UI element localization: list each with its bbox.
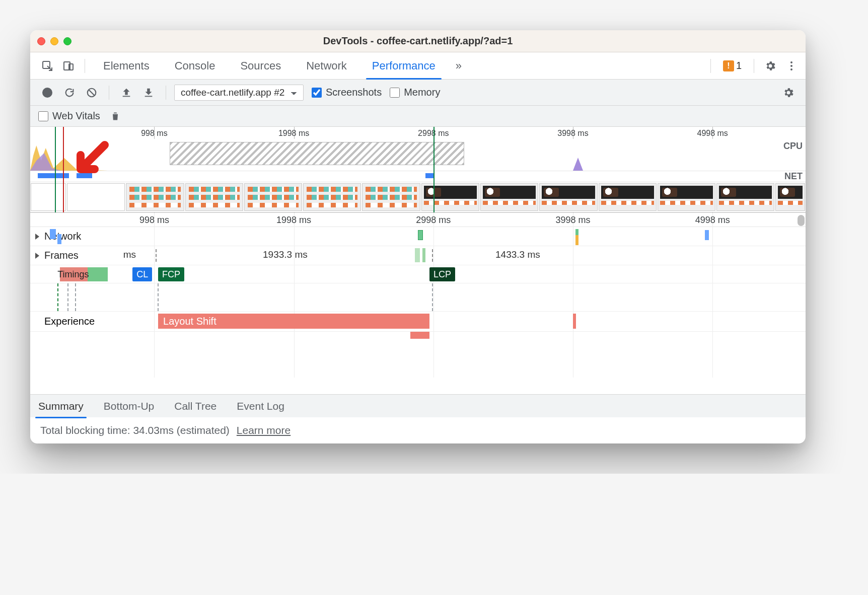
screenshot-thumb[interactable] <box>599 183 657 211</box>
net-bar <box>425 173 433 178</box>
cpu-activity-graphic <box>30 140 108 171</box>
screenshot-thumb[interactable] <box>67 183 125 211</box>
flamechart-pane[interactable]: 998 ms 1998 ms 2998 ms 3998 ms 4998 ms N… <box>30 213 806 394</box>
screenshots-checkbox-input[interactable] <box>312 88 322 98</box>
flame-ruler: 998 ms 1998 ms 2998 ms 3998 ms 4998 ms <box>30 213 806 227</box>
frame-block[interactable] <box>422 248 425 262</box>
frame-block[interactable] <box>415 248 420 262</box>
perf-toolbar-2: Web Vitals <box>30 106 806 127</box>
memory-checkbox[interactable]: Memory <box>390 87 440 98</box>
traffic-lights <box>37 37 71 45</box>
spacer <box>30 283 806 312</box>
screenshot-thumb[interactable] <box>775 183 805 211</box>
track-label: Frames <box>44 250 79 261</box>
marker-line <box>55 127 56 212</box>
tab-summary[interactable]: Summary <box>36 396 86 416</box>
screenshot-thumb[interactable] <box>126 183 184 211</box>
overview-pane[interactable]: 998 ms 1998 ms 2998 ms 3998 ms 4998 ms C… <box>30 127 806 213</box>
profile-select[interactable]: coffee-cart.netlify.app #2 <box>174 85 304 101</box>
details-tabstrip: Summary Bottom-Up Call Tree Event Log <box>30 394 806 417</box>
issues-count: 1 <box>736 60 742 71</box>
screenshot-thumb[interactable] <box>303 183 361 211</box>
divider <box>432 249 433 262</box>
web-vitals-checkbox-input[interactable] <box>38 111 48 121</box>
separator <box>109 86 109 100</box>
tab-elements[interactable]: Elements <box>92 52 161 79</box>
tab-bottom-up[interactable]: Bottom-Up <box>102 396 156 416</box>
marker-line <box>433 127 435 212</box>
tab-console[interactable]: Console <box>164 52 227 79</box>
inspect-element-icon[interactable] <box>38 57 56 75</box>
hatched-region <box>170 142 464 165</box>
timing-cls-badge[interactable]: CL <box>132 267 152 281</box>
tab-call-tree[interactable]: Call Tree <box>172 396 219 416</box>
more-menu-icon[interactable] <box>782 57 801 75</box>
track-network[interactable]: Network <box>30 227 806 246</box>
network-entry[interactable] <box>57 234 61 244</box>
device-toolbar-icon[interactable] <box>59 57 78 75</box>
cpu-overview-lane[interactable]: CPU <box>30 139 806 171</box>
network-entry[interactable] <box>418 230 423 240</box>
titlebar: DevTools - coffee-cart.netlify.app/?ad=1 <box>30 30 806 52</box>
screenshots-checkbox[interactable]: Screenshots <box>312 87 382 98</box>
frame-ms-label: ms <box>123 249 136 261</box>
settings-icon[interactable] <box>761 57 779 75</box>
track-experience[interactable]: Experience Layout Shift <box>30 312 806 332</box>
clear-button[interactable] <box>83 84 101 102</box>
tab-performance[interactable]: Performance <box>361 52 447 79</box>
screenshot-thumb[interactable] <box>421 183 479 211</box>
net-overview-lane[interactable]: NET <box>30 171 806 182</box>
frame-duration: 1933.3 ms <box>263 249 308 261</box>
main-tabstrip: Elements Console Sources Network Perform… <box>30 52 806 80</box>
tab-event-log[interactable]: Event Log <box>235 396 286 416</box>
network-entry[interactable] <box>50 229 56 239</box>
separator <box>166 86 166 100</box>
screenshot-thumb[interactable] <box>539 183 597 211</box>
tbt-text: Total blocking time: 34.03ms (estimated) <box>40 424 230 436</box>
screenshot-thumb[interactable] <box>716 183 774 211</box>
reload-record-button[interactable] <box>60 84 79 102</box>
issues-button[interactable]: 1 <box>718 58 747 73</box>
save-profile-icon[interactable] <box>139 84 158 102</box>
screenshot-thumb[interactable] <box>658 183 715 211</box>
tabs-overflow[interactable]: » <box>450 52 468 79</box>
perf-toolbar: coffee-cart.netlify.app #2 Screenshots M… <box>30 80 806 106</box>
learn-more-link[interactable]: Learn more <box>237 424 291 436</box>
layout-shift-block[interactable] <box>573 314 576 329</box>
tab-network[interactable]: Network <box>295 52 358 79</box>
timing-fcp-badge[interactable]: FCP <box>158 267 184 281</box>
summary-panel: Total blocking time: 34.03ms (estimated)… <box>30 417 806 443</box>
track-label: Experience <box>44 316 95 327</box>
marker-line <box>63 127 64 212</box>
svg-rect-7 <box>123 96 130 97</box>
zoom-window-button[interactable] <box>63 37 71 45</box>
devtools-window: DevTools - coffee-cart.netlify.app/?ad=1… <box>30 30 806 443</box>
screenshot-thumb[interactable] <box>185 183 243 211</box>
svg-point-4 <box>790 65 792 67</box>
network-entry[interactable] <box>575 235 578 245</box>
capture-settings-icon[interactable] <box>779 84 798 102</box>
layout-shift-block[interactable] <box>410 332 430 339</box>
track-timings[interactable]: Timings CL FCP LCP <box>30 265 806 283</box>
close-window-button[interactable] <box>37 37 45 45</box>
separator <box>710 59 711 73</box>
delete-profile-icon[interactable] <box>106 107 124 125</box>
cpu-lane-label: CPU <box>783 141 803 152</box>
screenshots-strip[interactable] <box>30 182 806 212</box>
screenshot-thumb[interactable] <box>31 183 66 211</box>
load-profile-icon[interactable] <box>117 84 135 102</box>
layout-shift-block[interactable]: Layout Shift <box>158 314 429 329</box>
tab-sources[interactable]: Sources <box>229 52 292 79</box>
memory-checkbox-input[interactable] <box>390 88 400 98</box>
record-button[interactable] <box>38 84 56 102</box>
network-entry[interactable] <box>705 230 709 240</box>
expand-icon[interactable] <box>35 253 39 259</box>
screenshot-thumb[interactable] <box>480 183 538 211</box>
expand-icon[interactable] <box>35 234 39 240</box>
track-frames[interactable]: Frames ms 1933.3 ms 1433.3 ms <box>30 246 806 265</box>
web-vitals-checkbox[interactable]: Web Vitals <box>38 110 100 122</box>
timing-lcp-badge[interactable]: LCP <box>429 267 455 281</box>
screenshot-thumb[interactable] <box>362 183 420 211</box>
minimize-window-button[interactable] <box>50 37 58 45</box>
screenshot-thumb[interactable] <box>244 183 302 211</box>
